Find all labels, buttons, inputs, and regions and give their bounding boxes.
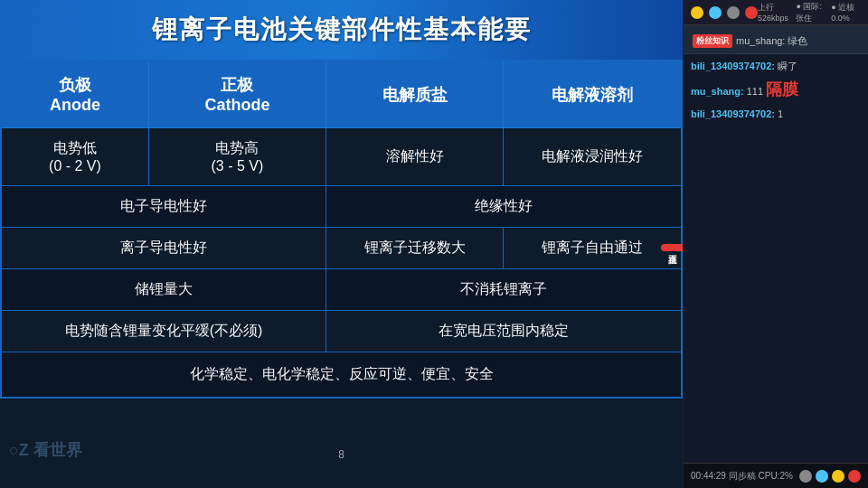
main-content: 锂离子电池关键部件性基本能要 负极Anode 正极Cathode 电解质盐 电解… [0,0,683,488]
table-row: 离子导电性好 锂离子迁移数大 锂离子自由通过 [1,228,682,269]
sidebar-top-bar: 上行 526kbps ● 国际: 张住 ● 近核 0.0% [684,0,868,25]
title-bar: 锂离子电池关键部件性基本能要 [0,0,683,60]
cell-insulation: 绝缘性好 [326,186,682,228]
stop-icon[interactable] [848,470,861,483]
sidebar: 上行 526kbps ● 国际: 张住 ● 近核 0.0% 粉丝知识 mu_sh… [683,0,868,488]
cell-lithium-storage: 储锂量大 [1,269,326,311]
record-icon[interactable] [832,470,844,483]
chat-username: bili_13409374702: [691,61,775,71]
sidebar-icons [691,6,758,19]
header-electrolyte-solvent: 电解液溶剂 [504,61,682,128]
chat-messages: bili_13409374702: 瞬了 mu_shang: 111 隔膜 bi… [684,54,868,463]
chat-text: 瞬了 [778,61,797,71]
network-status2: ● 近核 0.0% [831,2,861,23]
main-table: 负极Anode 正极Cathode 电解质盐 电解液溶剂 电势低(0 - 2 V… [0,60,683,399]
chat-header: 粉丝知识 mu_shang: 绿色 [684,25,868,54]
cell-salt-solubility: 溶解性好 [326,128,503,186]
cell-solvent-wetting: 电解液浸润性好 [504,128,682,186]
table-row: 储锂量大 不消耗锂离子 [1,269,682,311]
user-name: mu_shang: 绿色 [736,34,807,48]
header-anode: 负极Anode [1,61,148,128]
cell-voltage-smooth: 电势随含锂量变化平缓(不必须) [1,311,326,352]
cell-cathode-voltage: 电势高(3 - 5 V) [148,128,326,186]
cell-electron-conductivity: 电子导电性好 [1,186,326,228]
table-container: 负极Anode 正极Cathode 电解质盐 电解液溶剂 电势低(0 - 2 V… [0,60,683,488]
watermark: ○Z 看世界 [9,439,82,461]
highlight-membrane: 隔膜 [766,80,798,99]
time-display: 00:44:29 同步稿 CPU:2% [691,470,793,483]
minimize-icon[interactable] [691,6,703,19]
cell-anode-voltage: 电势低(0 - 2 V) [1,128,148,186]
cell-lithium-transfer: 锂离子迁移数大 [326,228,503,269]
chat-message-1: bili_13409374702: 瞬了 [691,60,861,73]
cell-general-requirements: 化学稳定、电化学稳定、反应可逆、便宜、安全 [1,352,682,399]
upload-speed: 上行 526kbps [758,2,790,23]
cell-voltage-stable: 在宽电压范围内稳定 [326,311,682,352]
chat-message-2: mu_shang: 111 隔膜 [691,79,861,101]
cell-lithium-pass: 锂离子自由通过 [504,228,682,269]
speaker-icon[interactable] [799,470,812,483]
sidebar-bottom: 00:44:29 同步稿 CPU:2% [684,463,868,488]
chat-message-3: bili_13409374702: 1 [691,108,861,121]
cell-no-lithium-consume: 不消耗锂离子 [326,269,682,311]
table-row: 电势随含锂量变化平缓(不必须) 在宽电压范围内稳定 [1,311,682,352]
chat-text: 111 [747,86,763,97]
user-badge: 粉丝知识 mu_shang: 绿色 [693,34,807,48]
table-header-row: 负极Anode 正极Cathode 电解质盐 电解液溶剂 [1,61,682,128]
table-row: 电子导电性好 绝缘性好 [1,186,682,228]
header-cathode: 正极Cathode [148,61,326,128]
network-info: 上行 526kbps ● 国际: 张住 ● 近核 0.0% [758,1,861,24]
page-title: 锂离子电池关键部件性基本能要 [18,13,665,47]
table-row: 化学稳定、电化学稳定、反应可逆、便宜、安全 [1,352,682,399]
chat-text: 1 [778,108,783,119]
settings2-icon[interactable] [816,470,828,483]
close-icon[interactable] [745,6,758,19]
settings-icon[interactable] [727,6,740,19]
live-badge: 正在直播 [661,244,683,251]
page-number: 8 [338,448,344,461]
restore-icon[interactable] [709,6,722,19]
table-row: 电势低(0 - 2 V) 电势高(3 - 5 V) 溶解性好 电解液浸润性好 [1,128,682,186]
cpu-info: 同步稿 CPU:2% [729,471,793,481]
badge-label: 粉丝知识 [693,34,732,48]
bottom-icons [799,470,861,483]
cell-ion-conductivity: 离子导电性好 [1,228,326,269]
chat-username: bili_13409374702: [691,108,775,119]
chat-username: mu_shang: [691,86,744,97]
network-status1: ● 国际: 张住 [796,1,826,24]
header-electrolyte-salt: 电解质盐 [326,61,503,128]
